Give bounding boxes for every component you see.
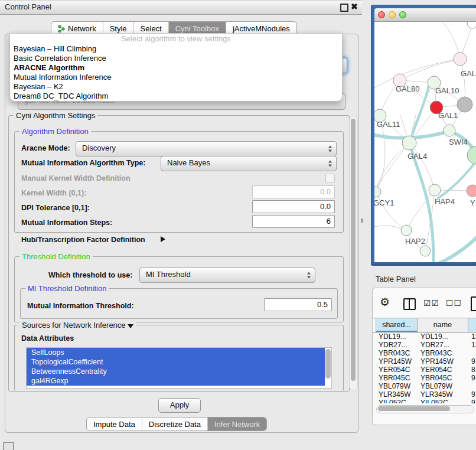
network-canvas[interactable]: GALGAL80GAL10GAL1GAL11SWI4GAL4GCY1HAP4YH… [374,22,476,262]
mi-threshold-label: Mutual Information Threshold: [27,302,134,310]
deselect-all-icon[interactable]: ☐☐ [446,298,462,308]
algorithm-option[interactable]: Mutual Information Inference [10,73,342,82]
network-node-label: GAL [461,69,476,78]
network-edge[interactable] [376,143,409,192]
tab-infer-network[interactable]: Infer Network [207,418,266,431]
table-hscrollbar[interactable] [376,405,474,413]
hub-definition-label: Hub/Transcription Factor Definition [21,236,145,244]
column-header-shared-name[interactable]: shared... [376,318,418,332]
mi-type-combo[interactable]: Naive Bayes [161,156,337,171]
dpi-tolerance-field[interactable]: 0.0 [252,200,335,213]
network-node[interactable] [467,146,476,164]
which-threshold-label: Which threshold to use: [48,271,132,279]
mi-steps-field[interactable]: 6 [252,215,335,228]
network-node[interactable] [467,22,476,28]
aracne-mode-combo[interactable]: Discovery [76,141,337,156]
select-all-icon[interactable]: ☑☑ [423,298,439,308]
table-cell: YBL079W [420,382,452,390]
network-node-label: GAL80 [396,84,419,93]
table-cell: YBR043C [379,349,410,357]
manual-kernel-checkbox[interactable] [325,174,335,183]
mi-threshold-field[interactable]: 0.5 [264,298,332,311]
tab-label: jActiveMNodules [233,24,290,33]
network-node-label: Y [470,198,475,207]
tab-label: Impute Data [93,420,135,429]
expand-arrow-icon[interactable] [161,236,165,242]
tab-discretize-data[interactable]: Discretize Data [142,418,207,431]
table-cell: YIL052C [420,399,448,403]
table-row[interactable]: YBR045CYBR045C9. [376,374,476,382]
algorithm-option[interactable]: Basic Correlation Inference [10,54,342,63]
combo-value: Discovery [82,142,116,155]
list-scrollbar[interactable] [325,349,331,379]
table-body: YDL19...YDL19...13YDR27...YDR27...12YBR0… [376,332,476,403]
data-attribute-item[interactable]: gal4RGexp [27,376,325,386]
network-node[interactable] [457,97,472,112]
data-attribute-item[interactable]: SelfLoops [27,348,325,357]
table-row[interactable]: YLR345WYLR345W9. [376,390,476,399]
algorithm-option[interactable]: Dream8 DC_TDC Algorithm [10,92,342,101]
column-header-name[interactable]: name [418,318,468,332]
algorithm-option[interactable]: ARACNE Algorithm [10,63,342,73]
cyni-bottom-tabbar: Impute Data Discretize Data Infer Networ… [86,417,267,431]
kernel-width-field[interactable]: 0.0 [252,185,335,198]
which-threshold-combo[interactable]: MI Threshold [139,268,315,283]
network-node-gcy1[interactable] [374,187,381,197]
network-icon [58,25,65,32]
algorithm-popup: Select algorithm to view settings Bayesi… [9,33,343,102]
spinner-arrows-icon [307,272,311,279]
close-traffic-light[interactable] [378,11,385,18]
close-icon[interactable]: ✖ [351,2,358,11]
column-browser-icon[interactable] [403,298,416,310]
scrollbar-thumb[interactable] [351,119,356,381]
table-panel: ⚙ ☑☑ ☐☐ shared... name A YDL19...YDL19..… [372,288,476,425]
network-node-label: GAL1 [438,111,458,120]
table-row[interactable]: YBR043CYBR043C [376,349,476,357]
network-edge[interactable] [376,192,406,230]
network-node[interactable] [420,246,431,256]
table-row[interactable]: YER054CYER054C8. [376,366,476,374]
table-row[interactable]: YPR145WYPR145W9. [376,357,476,366]
network-edge[interactable] [400,59,460,80]
algorithm-option[interactable]: Bayesian – Hill Climbing [10,44,342,54]
field-value: 0.0 [320,187,331,196]
table-row[interactable]: YIL052CYIL052C9. [376,399,476,403]
network-node-hap2[interactable] [401,225,412,236]
table-header: shared... name A [373,318,476,333]
data-attribute-item[interactable]: TopologicalCoefficient [27,357,325,367]
table-row[interactable]: YBL079WYBL079W [376,382,476,390]
network-window-titlebar[interactable] [374,8,476,22]
settings-scrollbar[interactable] [349,116,358,390]
panel-splitter[interactable] [361,219,363,223]
minimize-traffic-light[interactable] [389,11,396,18]
table-cell: YBR043C [420,349,452,357]
network-node-y[interactable] [467,185,476,197]
table-cell: YBL079W [379,382,410,390]
table-row[interactable]: YDR27...YDR27...12 [376,341,476,349]
network-canvas-svg: GALGAL80GAL10GAL1GAL11SWI4GAL4GCY1HAP4YH… [374,22,476,262]
algorithm-option[interactable]: Bayesian – K2 [10,82,342,92]
restore-panel-icon[interactable] [3,442,14,450]
network-node-swi4[interactable] [444,125,455,136]
apply-button[interactable]: Apply [158,398,201,413]
table-row[interactable]: YDL19...YDL19...13 [376,332,476,341]
network-node-gal4[interactable] [402,136,416,150]
data-attributes-list[interactable]: SelfLoopsTopologicalCoefficientBetweenne… [26,347,332,389]
gear-icon[interactable]: ⚙ [380,295,390,308]
table-cell: 12 [471,341,476,349]
network-edge-highlighted[interactable] [435,234,476,262]
new-table-icon[interactable] [471,296,476,311]
manual-kernel-label: Manual Kernel Width Definition [21,174,131,182]
zoom-traffic-light[interactable] [399,11,406,18]
tab-label: Infer Network [214,420,260,429]
network-node-gal[interactable] [454,53,467,66]
table-cell: 13 [471,332,476,341]
column-header-partial[interactable]: A [468,318,476,332]
collapse-arrow-icon[interactable] [128,324,133,328]
data-attribute-item[interactable]: BetweennessCentrality [27,367,325,376]
tab-impute-data[interactable]: Impute Data [87,418,142,431]
network-node-hap4[interactable] [429,184,441,196]
float-window-icon[interactable] [340,4,348,12]
scrollbar-thumb[interactable] [378,406,450,411]
table-cell: YDL19... [379,332,406,341]
